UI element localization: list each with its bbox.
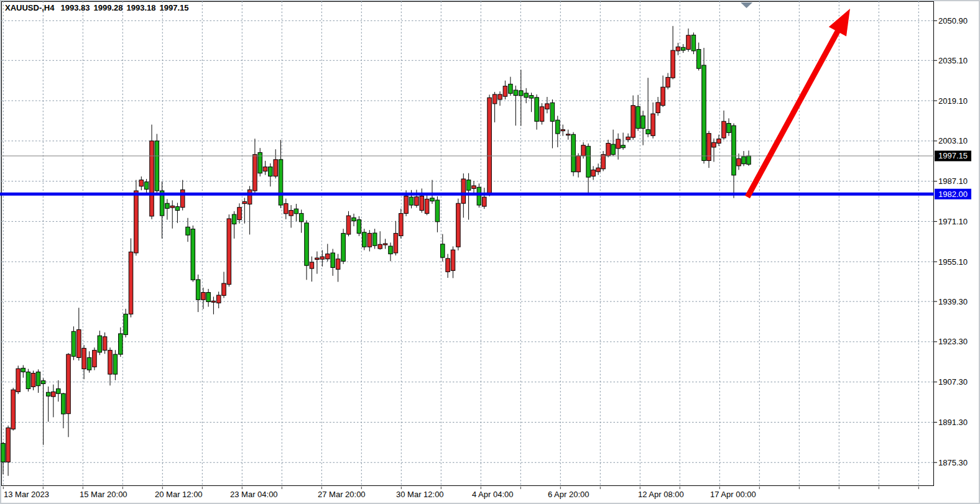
time-axis-label: 17 Apr 00:00 — [710, 490, 756, 499]
candle-body — [666, 77, 670, 87]
candle-body — [503, 86, 507, 97]
symbol-timeframe-label: XAUUSD-,H4 — [5, 3, 54, 12]
candle-body — [566, 134, 570, 135]
candle-body — [529, 96, 534, 98]
candle-body — [170, 206, 175, 208]
price-axis-label: 1987.10 — [938, 176, 968, 186]
candle-body — [378, 244, 382, 249]
candle-body — [263, 167, 267, 172]
candle-body — [461, 179, 466, 203]
candle-body — [626, 137, 631, 139]
candle-body — [1, 443, 6, 462]
candlestick-chart[interactable]: 2050.902035.102019.102003.101987.101971.… — [0, 0, 980, 504]
candle-body — [336, 259, 340, 270]
candle-body — [621, 145, 626, 148]
candle-body — [274, 160, 278, 176]
candle-body — [676, 47, 680, 50]
plot-border — [2, 2, 934, 486]
candle — [341, 229, 346, 264]
candle — [11, 388, 16, 431]
candle-body — [446, 259, 450, 272]
candle-body — [591, 170, 596, 176]
candle-body — [492, 94, 497, 104]
candle-body — [545, 104, 550, 109]
candle-body — [472, 186, 476, 188]
candle-body — [742, 157, 746, 164]
candle-body — [341, 233, 346, 261]
candle-body — [646, 130, 650, 134]
time-axis-label: 27 Mar 20:00 — [318, 490, 366, 499]
candle-body — [571, 134, 576, 172]
price-axis-label: 1923.30 — [938, 337, 968, 346]
candle-body — [691, 35, 696, 51]
candle-body — [581, 145, 586, 156]
candle-body — [16, 369, 21, 392]
candle-body — [712, 142, 716, 147]
candle-body — [11, 390, 16, 429]
candle-body — [606, 143, 611, 155]
price-axis-label: 1939.30 — [938, 297, 968, 306]
close-value: 1997.15 — [159, 3, 188, 12]
candle-body — [611, 144, 616, 155]
candle-body — [196, 280, 200, 300]
candle-body — [144, 182, 149, 190]
candle-body — [399, 213, 404, 236]
candle-body — [134, 191, 139, 253]
candle-body — [722, 121, 726, 138]
candle-body — [180, 190, 185, 207]
candle-body — [165, 203, 170, 208]
candle-body — [425, 199, 429, 213]
candle-body — [227, 219, 231, 285]
candle-body — [93, 351, 97, 367]
candle-body — [36, 372, 40, 385]
candle-body — [702, 65, 706, 160]
candle-body — [326, 254, 330, 259]
candle-body — [67, 354, 71, 414]
candle-body — [87, 357, 91, 370]
candle-body — [352, 218, 356, 221]
candle-body — [175, 206, 180, 210]
candle — [93, 347, 97, 370]
candle-body — [524, 93, 529, 98]
candle-body — [466, 180, 471, 191]
candle — [227, 214, 231, 286]
candle-body — [661, 87, 665, 106]
candle-body — [372, 233, 377, 245]
candle-body — [310, 262, 314, 268]
candle-body — [435, 200, 440, 222]
candle-body — [41, 381, 45, 384]
candle-body — [732, 126, 736, 175]
candle-body — [681, 47, 685, 50]
time-axis-label: 13 Mar 2023 — [4, 490, 49, 499]
candle-body — [596, 168, 601, 172]
candle-body — [103, 337, 107, 351]
candle-body — [483, 197, 487, 206]
candle — [258, 148, 262, 176]
candle-body — [299, 213, 303, 221]
candle-body — [346, 216, 351, 234]
candle-body — [243, 201, 247, 203]
candle-body — [113, 354, 118, 374]
candle-body — [519, 91, 524, 96]
candle-body — [550, 103, 555, 121]
candle-body — [451, 250, 455, 270]
low-value: 1993.18 — [126, 3, 155, 12]
candle-body — [686, 35, 691, 50]
candle-body — [636, 106, 640, 128]
candle-body — [294, 209, 298, 214]
candle-body — [211, 301, 216, 302]
candle-body — [119, 334, 123, 354]
time-axis-label: 30 Mar 12:00 — [396, 490, 444, 499]
candle-body — [77, 329, 81, 357]
price-axis-label: 2035.10 — [938, 56, 968, 65]
candle-body — [191, 229, 195, 280]
candle — [488, 94, 492, 196]
candle — [456, 199, 461, 250]
candle-body — [747, 156, 751, 164]
candle-body — [331, 253, 335, 267]
candle-body — [488, 98, 492, 195]
time-axis-label: 23 Mar 04:00 — [230, 490, 278, 499]
price-axis-label: 1971.10 — [938, 217, 968, 226]
candle-body — [727, 123, 731, 132]
candle-body — [420, 196, 424, 210]
